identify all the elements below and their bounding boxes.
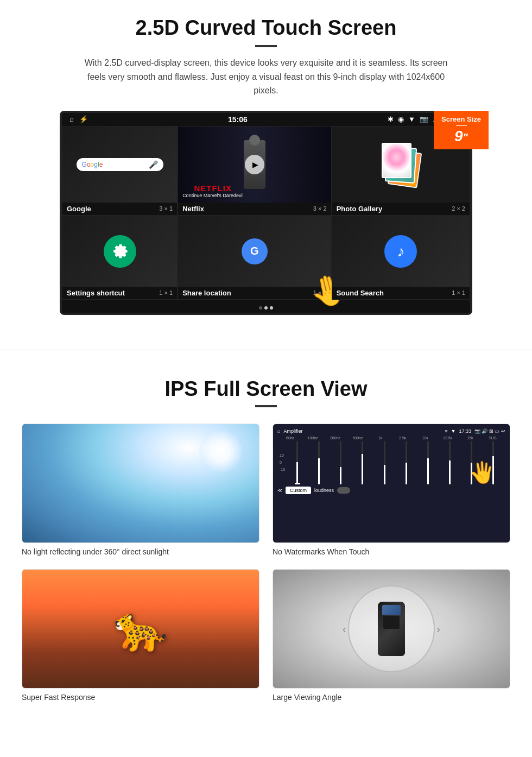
amp-header: ⌂ Amplifier ≡ ▼ 17:33 📷 🔊 ⊠ ▭ ↩ <box>277 428 505 434</box>
sunlight-bg <box>22 424 259 542</box>
flower-photo <box>383 144 410 177</box>
netflix-info: NETFLIX Continue Marvel's Daredevil <box>182 184 243 198</box>
eq-side-labels: 100-10 <box>277 441 505 484</box>
status-bar: ⌂ ⚡ 15:06 ✱ ◉ ▼ 📷 🔊 ⊠ ▭ <box>62 113 470 126</box>
sound-search-label-row: Sound Search 1 × 1 <box>332 287 470 299</box>
google-logo: Google <box>82 161 103 168</box>
app-cell-settings[interactable]: Settings shortcut 1 × 1 <box>62 216 178 300</box>
cheetah-caption: Super Fast Response <box>22 693 259 702</box>
custom-btn: Custom <box>286 487 311 494</box>
arrow-left-icon: ‹ <box>343 622 346 635</box>
netflix-play-btn[interactable]: ▶ <box>245 155 264 174</box>
amp-icons: 📷 🔊 ⊠ ▭ ↩ <box>474 428 505 434</box>
amplifier-caption: No Watermarks When Touch <box>273 547 510 556</box>
section2-title: IPS Full Screen View <box>22 377 510 401</box>
cheetah-icon: 🐆 <box>113 603 168 654</box>
netflix-subtitle: Continue Marvel's Daredevil <box>182 193 243 198</box>
app-cell-google[interactable]: Google 🎤 Google 3 × 1 <box>62 126 178 216</box>
amp-title: Amplifier <box>283 428 302 434</box>
netflix-logo: NETFLIX <box>182 184 243 193</box>
settings-label-row: Settings shortcut 1 × 1 <box>62 287 177 299</box>
amp-signal-icon: ▼ <box>451 428 456 434</box>
section-curved-touch: 2.5D Curved Touch Screen With 2.5D curve… <box>0 0 532 328</box>
amplifier-image: ⌂ Amplifier ≡ ▼ 17:33 📷 🔊 ⊠ ▭ ↩ 60hz 100… <box>273 424 510 543</box>
feature-amplifier: ⌂ Amplifier ≡ ▼ 17:33 📷 🔊 ⊠ ▭ ↩ 60hz 100… <box>273 424 510 556</box>
feature-car: ‹ › Large Viewing Angle <box>273 569 510 702</box>
section-ips: IPS Full Screen View No light reflecting… <box>0 372 532 718</box>
amp-footer: ≪ Custom loudness <box>277 487 505 494</box>
feature-grid: No light reflecting under 360° direct su… <box>22 424 510 702</box>
dot-1 <box>259 306 262 310</box>
page-dot-indicator <box>62 303 470 313</box>
sunlight-image <box>22 424 259 543</box>
car-bg: ‹ › <box>273 570 510 688</box>
cheetah-image: 🐆 <box>22 569 259 689</box>
google-label-row: Google 3 × 1 <box>62 203 177 215</box>
dot-2 <box>264 306 268 310</box>
badge-size: 9" <box>441 128 481 145</box>
netflix-label-row: Netflix 3 × 2 <box>178 203 331 215</box>
usb-icon: ⚡ <box>79 115 88 123</box>
amp-menu-icon: ≡ <box>445 428 447 434</box>
app-cell-share-location[interactable]: G 🤚 Share location 1 × 1 <box>178 216 332 300</box>
maps-g-icon: G <box>242 238 268 264</box>
hand-eq-icon: 🖐 <box>470 460 495 484</box>
google-app-name: Google <box>67 205 91 213</box>
google-mic-icon: 🎤 <box>149 160 158 169</box>
section1-title: 2.5D Curved Touch Screen <box>33 16 499 40</box>
car-view-container: ‹ › <box>343 580 440 678</box>
apps-bottom-row: Settings shortcut 1 × 1 G 🤚 <box>62 216 470 300</box>
title-divider <box>255 45 277 47</box>
gallery-app-size: 2 × 2 <box>452 205 465 212</box>
eq-bars-container: 🖐 <box>287 441 503 484</box>
amp-time: 17:33 <box>459 428 471 434</box>
sound-search-app-name: Sound Search <box>337 289 384 297</box>
google-search-bar[interactable]: Google 🎤 <box>77 158 163 171</box>
dot-3 <box>270 306 273 310</box>
gear-icon <box>110 242 130 261</box>
feature-cheetah: 🐆 Super Fast Response <box>22 569 259 702</box>
stacked-photos <box>382 143 420 186</box>
device-screen: ⌂ ⚡ 15:06 ✱ ◉ ▼ 📷 🔊 ⊠ ▭ <box>60 111 472 315</box>
share-location-label-row: Share location 1 × 1 <box>178 287 331 299</box>
netflix-app-size: 3 × 2 <box>313 205 327 212</box>
toggle-btn[interactable] <box>337 487 350 494</box>
netflix-app-name: Netflix <box>182 205 204 213</box>
wifi-icon: ▼ <box>408 115 415 123</box>
sunlight-caption: No light reflecting under 360° direct su… <box>22 547 259 556</box>
amp-home-icon: ⌂ <box>277 428 280 434</box>
settings-app-size: 1 × 1 <box>159 289 173 296</box>
settings-app-name: Settings shortcut <box>67 289 125 297</box>
home-icon: ⌂ <box>69 115 74 123</box>
sound-search-app-size: 1 × 1 <box>452 289 465 296</box>
eq-freq-labels: 60hz 100hz 200hz 500hz 1k 2.5k 10k 12.5k… <box>277 436 505 440</box>
device-mockup: Screen Size 9" ⌂ ⚡ 15:06 ✱ ◉ ▼ 📷 🔊 <box>49 111 483 315</box>
car-image: ‹ › <box>273 569 510 689</box>
car-top-view <box>378 602 405 656</box>
bluetooth-icon: ✱ <box>388 115 394 123</box>
status-bar-left: ⌂ ⚡ <box>69 115 88 123</box>
feature-sunlight: No light reflecting under 360° direct su… <box>22 424 259 556</box>
gallery-label-row: Photo Gallery 2 × 2 <box>332 203 470 215</box>
car-caption: Large Viewing Angle <box>273 693 510 702</box>
amplifier-bg: ⌂ Amplifier ≡ ▼ 17:33 📷 🔊 ⊠ ▭ ↩ 60hz 100… <box>273 424 510 542</box>
app-cell-sound-search[interactable]: ♪ Sound Search 1 × 1 <box>332 216 470 300</box>
gallery-app-name: Photo Gallery <box>337 205 383 213</box>
amp-nav-icon: ≪ <box>277 488 282 493</box>
camera-icon: 📷 <box>420 115 428 123</box>
share-location-app-name: Share location <box>182 289 231 297</box>
screen-size-badge: Screen Size 9" <box>434 111 489 149</box>
photo-card-3 <box>382 143 411 178</box>
badge-label: Screen Size <box>441 115 481 123</box>
badge-divider <box>456 125 467 126</box>
section2-divider <box>255 405 277 407</box>
cheetah-bg: 🐆 <box>22 570 259 688</box>
location-icon: ◉ <box>398 115 404 123</box>
app-cell-netflix[interactable]: ▶ NETFLIX Continue Marvel's Daredevil Ne… <box>178 126 332 216</box>
google-app-size: 3 × 1 <box>159 205 173 212</box>
page-divider <box>0 350 532 350</box>
settings-icon-circle <box>104 235 136 268</box>
arrow-right-icon: › <box>436 622 440 635</box>
section1-description: With 2.5D curved-display screen, this de… <box>76 56 456 98</box>
music-icon-circle: ♪ <box>384 235 417 268</box>
